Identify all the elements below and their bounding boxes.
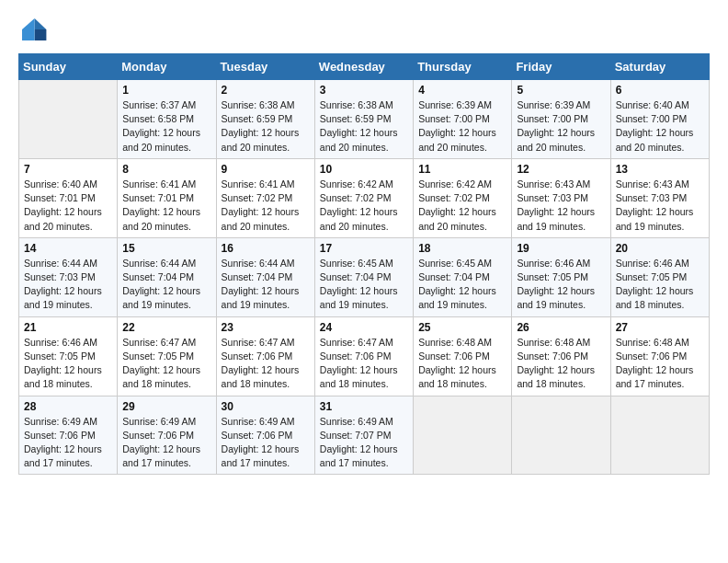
calendar-cell: 28Sunrise: 6:49 AM Sunset: 7:06 PM Dayli…	[19, 396, 118, 475]
day-number: 23	[222, 321, 310, 334]
day-number: 17	[320, 242, 408, 255]
day-number: 2	[222, 84, 310, 97]
calendar-cell	[414, 396, 512, 475]
day-info: Sunrise: 6:40 AM Sunset: 7:01 PM Dayligh…	[24, 178, 112, 234]
day-info: Sunrise: 6:41 AM Sunset: 7:01 PM Dayligh…	[122, 178, 210, 234]
day-number: 26	[517, 321, 605, 334]
weekday-header-row: SundayMondayTuesdayWednesdayThursdayFrid…	[19, 54, 710, 80]
day-info: Sunrise: 6:49 AM Sunset: 7:06 PM Dayligh…	[122, 415, 210, 471]
calendar-cell: 21Sunrise: 6:46 AM Sunset: 7:05 PM Dayli…	[19, 316, 118, 396]
weekday-sunday: Sunday	[19, 54, 118, 80]
day-number: 20	[616, 242, 704, 255]
logo	[18, 15, 51, 44]
calendar-body: 1Sunrise: 6:37 AM Sunset: 6:58 PM Daylig…	[19, 80, 710, 475]
day-info: Sunrise: 6:39 AM Sunset: 7:00 PM Dayligh…	[517, 98, 605, 155]
day-info: Sunrise: 6:45 AM Sunset: 7:04 PM Dayligh…	[418, 257, 506, 313]
day-info: Sunrise: 6:46 AM Sunset: 7:05 PM Dayligh…	[616, 257, 704, 313]
day-info: Sunrise: 6:46 AM Sunset: 7:05 PM Dayligh…	[517, 257, 605, 313]
header	[18, 15, 710, 44]
calendar-week-2: 7Sunrise: 6:40 AM Sunset: 7:01 PM Daylig…	[19, 158, 710, 237]
day-number: 11	[418, 163, 506, 176]
day-info: Sunrise: 6:48 AM Sunset: 7:06 PM Dayligh…	[517, 336, 605, 392]
day-number: 7	[24, 163, 112, 176]
weekday-friday: Friday	[512, 54, 610, 80]
day-number: 19	[517, 242, 605, 255]
calendar-cell: 12Sunrise: 6:43 AM Sunset: 7:03 PM Dayli…	[512, 158, 610, 237]
weekday-wednesday: Wednesday	[314, 54, 413, 80]
svg-marker-0	[35, 18, 47, 29]
calendar-cell: 11Sunrise: 6:42 AM Sunset: 7:02 PM Dayli…	[414, 158, 512, 237]
page: SundayMondayTuesdayWednesdayThursdayFrid…	[0, 0, 728, 489]
calendar-cell: 14Sunrise: 6:44 AM Sunset: 7:03 PM Dayli…	[19, 237, 118, 316]
calendar-cell: 13Sunrise: 6:43 AM Sunset: 7:03 PM Dayli…	[610, 158, 709, 237]
day-info: Sunrise: 6:42 AM Sunset: 7:02 PM Dayligh…	[320, 178, 408, 234]
day-number: 15	[122, 242, 210, 255]
calendar-cell	[19, 80, 118, 159]
day-number: 1	[122, 84, 210, 97]
calendar-cell: 25Sunrise: 6:48 AM Sunset: 7:06 PM Dayli…	[414, 316, 512, 396]
day-number: 29	[122, 400, 210, 413]
day-info: Sunrise: 6:43 AM Sunset: 7:03 PM Dayligh…	[616, 178, 704, 234]
day-number: 22	[122, 321, 210, 334]
calendar-cell: 9Sunrise: 6:41 AM Sunset: 7:02 PM Daylig…	[216, 158, 314, 237]
calendar-cell: 30Sunrise: 6:49 AM Sunset: 7:06 PM Dayli…	[216, 396, 314, 475]
day-info: Sunrise: 6:49 AM Sunset: 7:06 PM Dayligh…	[24, 415, 112, 471]
calendar-cell: 1Sunrise: 6:37 AM Sunset: 6:58 PM Daylig…	[118, 80, 216, 159]
calendar-cell: 5Sunrise: 6:39 AM Sunset: 7:00 PM Daylig…	[512, 80, 610, 159]
day-number: 13	[616, 163, 704, 176]
calendar-cell: 31Sunrise: 6:49 AM Sunset: 7:07 PM Dayli…	[314, 396, 413, 475]
weekday-saturday: Saturday	[610, 54, 709, 80]
day-info: Sunrise: 6:48 AM Sunset: 7:06 PM Dayligh…	[418, 336, 506, 392]
calendar-cell: 29Sunrise: 6:49 AM Sunset: 7:06 PM Dayli…	[118, 396, 216, 475]
day-number: 25	[418, 321, 506, 334]
calendar-cell: 15Sunrise: 6:44 AM Sunset: 7:04 PM Dayli…	[118, 237, 216, 316]
calendar-cell: 8Sunrise: 6:41 AM Sunset: 7:01 PM Daylig…	[118, 158, 216, 237]
calendar-cell: 18Sunrise: 6:45 AM Sunset: 7:04 PM Dayli…	[414, 237, 512, 316]
day-number: 5	[517, 84, 605, 97]
day-info: Sunrise: 6:44 AM Sunset: 7:03 PM Dayligh…	[24, 257, 112, 313]
calendar-cell: 19Sunrise: 6:46 AM Sunset: 7:05 PM Dayli…	[512, 237, 610, 316]
day-number: 16	[222, 242, 310, 255]
day-info: Sunrise: 6:42 AM Sunset: 7:02 PM Dayligh…	[418, 178, 506, 234]
calendar-week-4: 21Sunrise: 6:46 AM Sunset: 7:05 PM Dayli…	[19, 316, 710, 396]
day-info: Sunrise: 6:39 AM Sunset: 7:00 PM Dayligh…	[418, 98, 506, 155]
day-info: Sunrise: 6:45 AM Sunset: 7:04 PM Dayligh…	[320, 257, 408, 313]
calendar-cell: 22Sunrise: 6:47 AM Sunset: 7:05 PM Dayli…	[118, 316, 216, 396]
day-info: Sunrise: 6:47 AM Sunset: 7:06 PM Dayligh…	[222, 336, 310, 392]
calendar-cell: 23Sunrise: 6:47 AM Sunset: 7:06 PM Dayli…	[216, 316, 314, 396]
day-number: 10	[320, 163, 408, 176]
logo-icon	[18, 15, 48, 44]
day-info: Sunrise: 6:40 AM Sunset: 7:00 PM Dayligh…	[616, 98, 704, 155]
calendar-table: SundayMondayTuesdayWednesdayThursdayFrid…	[18, 53, 710, 475]
calendar-cell	[512, 396, 610, 475]
day-info: Sunrise: 6:49 AM Sunset: 7:06 PM Dayligh…	[222, 415, 310, 471]
calendar-cell: 7Sunrise: 6:40 AM Sunset: 7:01 PM Daylig…	[19, 158, 118, 237]
calendar-cell: 3Sunrise: 6:38 AM Sunset: 6:59 PM Daylig…	[314, 80, 413, 159]
day-number: 12	[517, 163, 605, 176]
weekday-thursday: Thursday	[414, 54, 512, 80]
calendar-cell: 24Sunrise: 6:47 AM Sunset: 7:06 PM Dayli…	[314, 316, 413, 396]
day-number: 24	[320, 321, 408, 334]
calendar-header: SundayMondayTuesdayWednesdayThursdayFrid…	[19, 54, 710, 80]
weekday-tuesday: Tuesday	[216, 54, 314, 80]
calendar-cell: 10Sunrise: 6:42 AM Sunset: 7:02 PM Dayli…	[314, 158, 413, 237]
calendar-cell: 2Sunrise: 6:38 AM Sunset: 6:59 PM Daylig…	[216, 80, 314, 159]
day-number: 31	[320, 400, 408, 413]
day-number: 18	[418, 242, 506, 255]
day-info: Sunrise: 6:38 AM Sunset: 6:59 PM Dayligh…	[222, 98, 310, 155]
day-number: 28	[24, 400, 112, 413]
day-info: Sunrise: 6:43 AM Sunset: 7:03 PM Dayligh…	[517, 178, 605, 234]
day-info: Sunrise: 6:48 AM Sunset: 7:06 PM Dayligh…	[616, 336, 704, 392]
day-info: Sunrise: 6:41 AM Sunset: 7:02 PM Dayligh…	[222, 178, 310, 234]
calendar-week-3: 14Sunrise: 6:44 AM Sunset: 7:03 PM Dayli…	[19, 237, 710, 316]
weekday-monday: Monday	[118, 54, 216, 80]
day-number: 3	[320, 84, 408, 97]
day-number: 14	[24, 242, 112, 255]
day-number: 27	[616, 321, 704, 334]
calendar-cell: 6Sunrise: 6:40 AM Sunset: 7:00 PM Daylig…	[610, 80, 709, 159]
day-number: 21	[24, 321, 112, 334]
day-info: Sunrise: 6:49 AM Sunset: 7:07 PM Dayligh…	[320, 415, 408, 471]
svg-marker-2	[22, 18, 35, 40]
day-number: 9	[222, 163, 310, 176]
calendar-cell: 16Sunrise: 6:44 AM Sunset: 7:04 PM Dayli…	[216, 237, 314, 316]
